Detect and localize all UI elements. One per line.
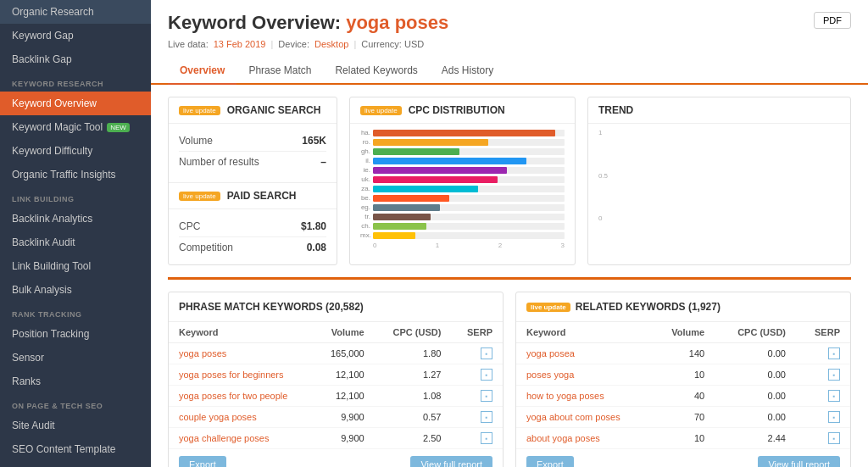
serp-icon[interactable]: ▪ [481, 347, 492, 359]
serp-icon[interactable]: ▪ [828, 369, 840, 381]
tab-related-keywords[interactable]: Related Keywords [323, 58, 429, 85]
related-keywords-header: live update RELATED KEYWORDS (1,927) [516, 292, 850, 322]
pdf-button[interactable]: PDF [814, 12, 851, 29]
serp-cell[interactable]: ▪ [796, 364, 850, 386]
tab-ads-history[interactable]: Ads History [430, 58, 505, 85]
keyword-link[interactable]: poses yoga [526, 370, 574, 380]
table-row: how to yoga poses400.00▪ [516, 386, 850, 407]
keyword-cell[interactable]: how to yoga poses [516, 386, 652, 407]
keyword-cell[interactable]: yoga poses for two people [169, 386, 314, 407]
related-keywords-footer: Export View full report [516, 449, 850, 467]
keyword-cell[interactable]: yoga about com poses [516, 407, 652, 428]
phrase-full-report-button[interactable]: View full report [410, 456, 492, 467]
sidebar-item-keyword-magic-tool[interactable]: Keyword Magic Toolnew [0, 115, 151, 139]
sidebar-item-link-building-tool[interactable]: Link Building Tool [0, 254, 151, 278]
serp-icon[interactable]: ▪ [828, 432, 840, 444]
sidebar-item-backlink-gap[interactable]: Backlink Gap [0, 47, 151, 71]
volume-cell: 10 [652, 428, 715, 449]
keyword-link[interactable]: yoga posea [526, 348, 575, 359]
sidebar-item-backlink-audit[interactable]: Backlink Audit [0, 231, 151, 254]
related-full-report-button[interactable]: View full report [758, 456, 840, 467]
cpc-bar-outer [373, 130, 565, 136]
volume-cell: 40 [652, 386, 715, 407]
col-header: Keyword [169, 322, 314, 343]
keyword-link[interactable]: how to yoga poses [526, 391, 604, 401]
keyword-link[interactable]: yoga poses [179, 348, 226, 359]
keyword-cell[interactable]: yoga poses [169, 343, 314, 364]
serp-icon[interactable]: ▪ [481, 432, 492, 444]
sidebar-item-label-site-audit: Site Audit [12, 420, 55, 431]
serp-icon[interactable]: ▪ [828, 347, 840, 359]
keyword-cell[interactable]: about yoga poses [516, 428, 652, 449]
keyword-cell[interactable]: poses yoga [516, 364, 652, 386]
phrase-export-button[interactable]: Export [179, 456, 226, 467]
keyword-cell[interactable]: yoga poses for beginners [169, 364, 314, 386]
serp-cell[interactable]: ▪ [451, 386, 503, 407]
sidebar-item-ranks[interactable]: Ranks [0, 370, 151, 393]
serp-cell[interactable]: ▪ [451, 428, 503, 449]
keyword-link[interactable]: yoga poses for beginners [179, 370, 284, 380]
sidebar-item-keyword-gap[interactable]: Keyword Gap [0, 24, 151, 47]
cpc-bar-outer [373, 223, 565, 230]
sidebar-item-organic-research[interactable]: Organic Research [0, 0, 151, 24]
related-keywords-panel: live update RELATED KEYWORDS (1,927) Key… [515, 292, 851, 467]
sidebar-item-backlink-analytics[interactable]: Backlink Analytics [0, 207, 151, 231]
volume-cell: 12,100 [314, 364, 375, 386]
keyword-cell[interactable]: yoga posea [516, 343, 652, 364]
serp-icon[interactable]: ▪ [481, 369, 492, 381]
sidebar-item-label-backlink-audit: Backlink Audit [12, 236, 75, 248]
cpc-bar-outer [373, 232, 565, 239]
cpc-bar-row: eg. [360, 203, 565, 211]
keyword-link[interactable]: couple yoga poses [179, 412, 257, 422]
col-header: Volume [314, 322, 375, 343]
keyword-link[interactable]: yoga about com poses [526, 412, 620, 422]
serp-cell[interactable]: ▪ [796, 428, 850, 449]
metric-value: 165K [302, 135, 326, 147]
serp-cell[interactable]: ▪ [451, 407, 503, 428]
sidebar-item-bulk-analysis[interactable]: Bulk Analysis [0, 278, 151, 302]
serp-cell[interactable]: ▪ [451, 343, 503, 364]
volume-cell: 10 [652, 364, 715, 386]
sidebar-item-sensor[interactable]: Sensor [0, 346, 151, 370]
meta-bar: Live data: 13 Feb 2019 | Device: Desktop… [168, 39, 448, 49]
keyword-link[interactable]: about yoga poses [526, 433, 600, 443]
cpc-bar-label: il. [360, 157, 370, 164]
serp-icon[interactable]: ▪ [828, 411, 840, 423]
keyword-link[interactable]: yoga poses for two people [179, 391, 287, 401]
serp-icon[interactable]: ▪ [828, 390, 840, 402]
device-value[interactable]: Desktop [314, 39, 348, 49]
related-live-badge: live update [526, 303, 570, 312]
keyword-link[interactable]: yoga challenge poses [179, 433, 269, 443]
sidebar-item-label-sensor: Sensor [12, 352, 44, 364]
cpc-bar-label: gh. [360, 147, 370, 155]
keyword-cell[interactable]: yoga challenge poses [169, 428, 314, 449]
cpc-chart: ha. ro. gh. il. ie. uk. za. be. [350, 124, 575, 256]
serp-cell[interactable]: ▪ [796, 386, 850, 407]
live-data-date[interactable]: 13 Feb 2019 [214, 39, 266, 49]
sidebar-item-on-page-seo-checker[interactable]: On Page SEO Checker [0, 461, 151, 467]
related-export-button[interactable]: Export [526, 456, 574, 467]
sidebar-item-position-tracking[interactable]: Position Tracking [0, 322, 151, 346]
cpc-bar-label: eg. [360, 203, 370, 211]
sidebar-item-keyword-overview[interactable]: Keyword Overview [0, 92, 151, 115]
sidebar-item-organic-traffic-insights[interactable]: Organic Traffic Insights [0, 163, 151, 186]
serp-cell[interactable]: ▪ [796, 407, 850, 428]
serp-icon[interactable]: ▪ [481, 390, 492, 402]
cpc-bar-row: tr. [360, 213, 565, 220]
tab-overview[interactable]: Overview [168, 58, 236, 85]
cpc-cell: 1.80 [375, 343, 452, 364]
cpc-bar-inner [373, 186, 478, 192]
serp-cell[interactable]: ▪ [451, 364, 503, 386]
sidebar-item-keyword-difficulty[interactable]: Keyword Difficulty [0, 139, 151, 163]
sidebar: Organic ResearchKeyword GapBacklink GapK… [0, 0, 151, 467]
trend-header: TREND [588, 97, 850, 124]
keyword-cell[interactable]: couple yoga poses [169, 407, 314, 428]
serp-cell[interactable]: ▪ [796, 343, 850, 364]
sidebar-item-site-audit[interactable]: Site Audit [0, 414, 151, 437]
cpc-bar-outer [373, 195, 565, 202]
serp-icon[interactable]: ▪ [481, 411, 492, 423]
trend-y-label: 0 [598, 214, 608, 222]
sidebar-item-label-position-tracking: Position Tracking [12, 328, 89, 340]
tab-phrase-match[interactable]: Phrase Match [236, 58, 323, 85]
sidebar-item-seo-content-template[interactable]: SEO Content Template [0, 437, 151, 461]
